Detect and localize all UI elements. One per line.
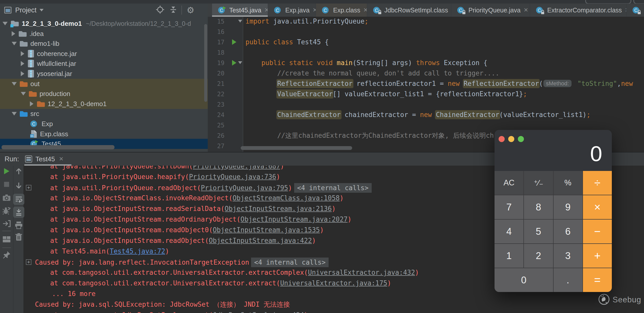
calc-button-%[interactable]: %: [554, 171, 582, 195]
calc-button-3[interactable]: 3: [554, 244, 582, 268]
stop-icon[interactable]: [3, 181, 10, 189]
calc-button-=[interactable]: =: [583, 268, 612, 292]
settings-gear-icon[interactable]: ⚙: [187, 6, 194, 14]
stacktrace-link[interactable]: ObjectInputStream.java:1535: [213, 226, 320, 234]
internal-calls-badge[interactable]: <4 internal calls>: [251, 258, 329, 267]
close-icon[interactable]: ✕: [59, 156, 64, 162]
stacktrace-link[interactable]: UniversalExtractor.java:175: [280, 279, 387, 287]
chevron-down-icon[interactable]: [12, 42, 17, 45]
calculator-window[interactable]: 0 AC⁺⁄₋%÷789×456−123+0.=: [495, 130, 612, 292]
tree-item-out[interactable]: out: [0, 79, 208, 89]
calc-button-÷[interactable]: ÷: [583, 171, 612, 195]
tree-item-ysoserial-jar[interactable]: ysoserial.jar: [0, 69, 208, 79]
tree-item-production[interactable]: production: [0, 89, 208, 99]
calc-button-−[interactable]: −: [583, 220, 612, 243]
chevron-down-icon[interactable]: [3, 22, 8, 25]
calc-button-0[interactable]: 0: [495, 268, 553, 292]
calc-button-AC[interactable]: AC: [495, 171, 523, 195]
soft-wrap-icon[interactable]: [13, 194, 24, 205]
calc-button-2[interactable]: 2: [524, 244, 553, 268]
editor-tab-extractorcomparator-class[interactable]: CExtractorComparator.class✕: [530, 4, 627, 17]
project-panel-title[interactable]: Project: [15, 6, 36, 14]
minimize-traffic-light[interactable]: [508, 136, 514, 142]
tree-item-exp-class[interactable]: 01Exp.class: [0, 129, 208, 139]
tree-item-12-2-1-3-0-demo1[interactable]: 12_2_1_3_0-demo1: [0, 99, 208, 109]
chevron-right-icon[interactable]: [21, 61, 24, 66]
close-traffic-light[interactable]: [499, 136, 505, 142]
tree-item--idea[interactable]: .idea: [0, 29, 208, 39]
calc-button-8[interactable]: 8: [524, 195, 553, 219]
clear-all-icon[interactable]: [15, 233, 23, 242]
chevron-down-icon[interactable]: [21, 92, 26, 95]
editor-horizontal-scrollbar[interactable]: [241, 146, 352, 150]
chev ron-down-icon[interactable]: [40, 9, 44, 11]
collapse-all-icon[interactable]: [169, 6, 177, 15]
stacktrace-link[interactable]: JdbcRowSetImpl.java:454: [213, 311, 304, 313]
calc-button-×[interactable]: ×: [583, 195, 612, 219]
pin-icon[interactable]: [3, 251, 11, 260]
screenshot-icon[interactable]: [3, 194, 11, 202]
editor-tab-test45-java[interactable]: CTest45.java✕: [212, 4, 268, 17]
internal-calls-badge[interactable]: <4 internal calls>: [294, 183, 372, 193]
close-icon[interactable]: ✕: [363, 7, 367, 13]
background-window-fragment: [585, 0, 631, 4]
stacktrace-link[interactable]: PriorityQueue.java:795: [201, 184, 288, 192]
calc-button-9[interactable]: 9: [554, 195, 582, 219]
stacktrace-link[interactable]: ObjectStreamClass.java:1058: [233, 194, 340, 202]
restart-debug-icon[interactable]: [3, 206, 11, 216]
chevron-right-icon[interactable]: [21, 71, 24, 76]
tree-item-wlfullclient-jar[interactable]: wlfullclient.jar: [0, 58, 208, 69]
step-exit-icon[interactable]: [3, 220, 11, 229]
console-line: at com.sun.rowset.JdbcRowSetImpl.connect…: [50, 311, 308, 313]
tree-item-demo1-lib[interactable]: demo1-lib: [0, 38, 208, 49]
chevron-down-icon[interactable]: [12, 82, 17, 86]
stacktrace-link[interactable]: PriorityQueue.java:736: [189, 173, 276, 181]
close-icon[interactable]: ✕: [524, 7, 528, 13]
close-icon[interactable]: ✕: [313, 7, 316, 13]
fold-expand-icon[interactable]: +: [26, 185, 31, 190]
project-toolwindow-icon[interactable]: [4, 6, 12, 14]
rerun-icon[interactable]: [3, 167, 10, 176]
chevron-down-icon[interactable]: [12, 112, 17, 115]
locate-target-icon[interactable]: [156, 5, 164, 15]
calc-button-6[interactable]: 6: [554, 220, 582, 243]
layout-icon[interactable]: [3, 236, 11, 244]
editor-tab-exp-class[interactable]: CExp.class✕: [316, 4, 367, 17]
chevron-right-icon[interactable]: [12, 31, 15, 36]
folder-icon: [19, 40, 28, 47]
calc-button-5[interactable]: 5: [524, 220, 553, 243]
calc-button-.[interactable]: .: [554, 268, 582, 292]
close-icon[interactable]: ✕: [264, 7, 268, 13]
chevron-right-icon[interactable]: [21, 51, 24, 56]
horizontal-scrollbar[interactable]: [2, 145, 115, 149]
zoom-traffic-light[interactable]: [518, 136, 524, 142]
print-icon[interactable]: [15, 221, 23, 230]
fold-expand-icon[interactable]: +: [26, 259, 31, 265]
stacktrace-link[interactable]: Test45.java:72: [110, 247, 165, 255]
vertical-scrollbar[interactable]: [204, 24, 207, 102]
editor-tab-jdbcrowsetimpl-class[interactable]: CJdbcRowSetImpl.class✕: [367, 4, 451, 17]
stacktrace-link[interactable]: UniversalExtractor.java:432: [308, 269, 415, 276]
folder-orange-icon: [19, 80, 28, 88]
editor-tab-priorityqueue-java[interactable]: CPriorityQueue.java✕: [451, 4, 530, 17]
console-line: Caused by: java.lang.reflect.InvocationT…: [35, 258, 329, 267]
calc-button-1[interactable]: 1: [495, 244, 523, 268]
calc-button-4[interactable]: 4: [495, 220, 523, 243]
stacktrace-link[interactable]: ObjectInputStream.java:422: [209, 237, 312, 244]
tree-item-12-2-1-3-0-demo1[interactable]: 12_2_1_3_0-demo1~/Desktop/workstation/12…: [0, 18, 208, 29]
run-tab-test45[interactable]: Test45 ✕: [25, 152, 64, 166]
calc-button-⁺⁄₋[interactable]: ⁺⁄₋: [524, 171, 553, 195]
editor-tab-exp-java[interactable]: CExp.java✕: [268, 4, 316, 17]
chevron-right-icon[interactable]: [30, 101, 33, 106]
down-stack-icon[interactable]: [15, 182, 23, 191]
scroll-to-end-icon[interactable]: [13, 207, 24, 218]
calc-button-+[interactable]: +: [583, 244, 612, 268]
stacktrace-link[interactable]: ObjectInputStream.java:2027: [240, 216, 348, 223]
calc-button-7[interactable]: 7: [495, 195, 523, 219]
stacktrace-link[interactable]: ObjectInputStream.java:2136: [225, 205, 332, 212]
tree-item-exp[interactable]: CExp: [0, 119, 208, 129]
up-stack-icon[interactable]: [15, 167, 23, 176]
tree-item-src[interactable]: src: [0, 109, 208, 119]
editor-tab-o[interactable]: CO: [627, 4, 644, 17]
tree-item-coherence-jar[interactable]: coherence.jar: [0, 49, 208, 59]
